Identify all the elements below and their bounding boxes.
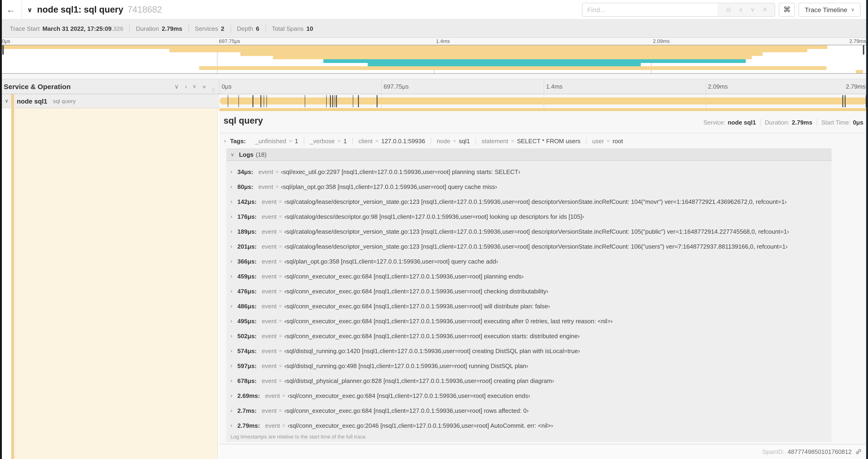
log-marker-tick[interactable] xyxy=(264,95,265,107)
log-row[interactable]: ›476μs:event=‹sql/conn_executor_exec.go:… xyxy=(226,284,832,299)
back-button[interactable]: ← xyxy=(0,0,22,19)
log-marker-tick[interactable] xyxy=(843,95,843,107)
log-row[interactable]: ›80μs:event=‹sql/plan_opt.go:358 [nsql1,… xyxy=(226,179,832,194)
logs-header[interactable]: ∨ Logs (18) xyxy=(226,148,832,161)
minimap-span-band xyxy=(856,70,863,73)
log-row[interactable]: ›366μs:event=‹sql/plan_opt.go:358 [nsql1… xyxy=(226,254,832,269)
chevron-right-icon: › xyxy=(230,318,232,324)
minimap-left-scrubber[interactable] xyxy=(2,45,4,55)
trace-title: node sql1: sql query xyxy=(37,4,123,15)
log-row[interactable]: ›176μs:event=‹sql/catalog/descs/descript… xyxy=(226,209,832,224)
log-marker-tick[interactable] xyxy=(352,95,353,107)
span-detail-footer: SpanID: 4877749850101760812 xyxy=(219,444,868,459)
column-divider[interactable] xyxy=(217,108,218,459)
span-collapse-chevron-icon[interactable]: ∨ xyxy=(5,98,8,104)
log-row[interactable]: ›34μs:event=‹sql/exec_util.go:2297 [nsql… xyxy=(226,164,832,179)
trace-collapse-chevron-icon[interactable]: ∨ xyxy=(27,6,32,13)
log-marker-tick[interactable] xyxy=(358,95,359,107)
duration-label: Duration xyxy=(136,25,159,32)
log-row[interactable]: ›597μs:event=‹sql/distsql_running.go:498… xyxy=(226,358,832,373)
right-screen-edge xyxy=(866,0,868,459)
chevron-right-icon: › xyxy=(230,258,232,264)
log-row[interactable]: ›459μs:event=‹sql/conn_executor_exec.go:… xyxy=(226,269,832,284)
log-row[interactable]: ›2.79ms:event=‹sql/conn_executor_exec.go… xyxy=(226,418,832,433)
minimap-span-band xyxy=(240,52,763,56)
view-selector-button[interactable]: Trace Timeline ∨ xyxy=(799,3,861,17)
duration-item: Duration 2.79ms xyxy=(130,25,189,32)
collapse-all-icon[interactable]: » xyxy=(191,85,198,88)
log-marker-tick[interactable] xyxy=(377,95,377,107)
tag-item: user=root xyxy=(586,137,629,144)
span-row-timeline-cell[interactable] xyxy=(219,94,868,108)
chevron-right-icon: › xyxy=(224,138,226,144)
log-marker-tick[interactable] xyxy=(336,95,337,107)
span-row-name-cell[interactable]: ∨ node sql1 sql query xyxy=(0,94,219,108)
log-marker-tick[interactable] xyxy=(238,95,239,107)
log-marker-tick[interactable] xyxy=(845,95,846,107)
meta-duration: Duration:2.79ms xyxy=(761,119,817,126)
log-row[interactable]: ›189μs:event=‹sql/catalog/lease/descript… xyxy=(226,224,832,239)
span-list-pane xyxy=(0,108,219,459)
log-marker-tick[interactable] xyxy=(253,95,253,107)
log-row[interactable]: ›678μs:event=‹sql/distsql_physical_plann… xyxy=(226,373,832,388)
tags-list: _unfinished=1_verbose=1client=127.0.0.1:… xyxy=(249,137,629,144)
span-operation-name: sql query xyxy=(53,98,75,104)
trace-start-value: March 31 2022, 17:25:09.326 xyxy=(42,25,123,32)
chevron-right-icon: › xyxy=(230,363,232,368)
log-marker-tick[interactable] xyxy=(228,95,228,107)
log-marker-tick[interactable] xyxy=(266,95,267,107)
ruler-divider xyxy=(381,79,382,94)
clear-find-icon[interactable]: ✕ xyxy=(762,6,768,13)
log-marker-tick[interactable] xyxy=(334,95,335,107)
depth-item: Depth 6 xyxy=(231,25,266,32)
prev-match-icon[interactable]: ∧ xyxy=(739,6,743,13)
tags-accordion[interactable]: › Tags: _unfinished=1_verbose=1client=12… xyxy=(219,133,868,148)
chevron-right-icon: › xyxy=(230,214,232,219)
log-row[interactable]: ›2.69ms:event=‹sql/conn_executor_exec.go… xyxy=(226,388,832,403)
log-row[interactable]: ›495μs:event=‹sql/conn_executor_exec.go:… xyxy=(226,314,832,328)
log-row[interactable]: ›201μs:event=‹sql/catalog/lease/descript… xyxy=(226,239,832,254)
span-duration-bar[interactable] xyxy=(220,97,867,104)
log-marker-tick[interactable] xyxy=(260,95,261,107)
minimap-tick-3: 2.09ms xyxy=(653,38,670,44)
expand-one-icon[interactable]: › xyxy=(185,83,187,90)
log-row[interactable]: ›486μs:event=‹sql/conn_executor_exec.go:… xyxy=(226,299,832,314)
match-target-icon[interactable]: ◎ xyxy=(726,6,731,13)
tag-item: _unfinished=1 xyxy=(249,137,304,144)
chevron-right-icon: › xyxy=(230,288,232,294)
chevron-right-icon: › xyxy=(230,229,232,234)
span-detail-meta: Service:node sql1 Duration:2.79ms Start … xyxy=(699,119,863,126)
log-row[interactable]: ›574μs:event=‹sql/distsql_running.go:142… xyxy=(226,343,832,358)
ruler-tick-4: 2.79ms xyxy=(846,83,866,90)
next-match-icon[interactable]: ∨ xyxy=(750,6,755,13)
ruler-divider xyxy=(706,79,706,94)
keyboard-shortcuts-button[interactable]: ⌘ xyxy=(779,3,795,17)
column-resize-grip[interactable]: || xyxy=(212,87,215,92)
total-spans-value: 10 xyxy=(306,25,313,32)
selected-span-background xyxy=(14,108,217,459)
find-input[interactable] xyxy=(583,3,718,16)
minimap-right-scrubber[interactable] xyxy=(863,45,864,55)
log-row[interactable]: ›2.7ms:event=‹sql/conn_executor_exec.go:… xyxy=(226,403,832,418)
logs-count: (18) xyxy=(256,151,267,158)
deep-link-icon[interactable] xyxy=(855,449,862,455)
minimap-span-band xyxy=(273,56,752,59)
log-marker-tick[interactable] xyxy=(332,95,333,107)
trace-start-label: Trace Start xyxy=(10,25,40,32)
trace-id: 7418682 xyxy=(127,4,162,15)
log-marker-tick[interactable] xyxy=(326,95,327,107)
ruler-tick-2: 1.4ms xyxy=(546,83,563,90)
logs-label: Logs xyxy=(239,151,253,158)
duration-value: 2.79ms xyxy=(162,25,182,32)
log-row[interactable]: ›142μs:event=‹sql/catalog/lease/descript… xyxy=(226,194,832,209)
collapse-one-icon[interactable]: ∨ xyxy=(174,83,179,90)
tags-label: Tags: xyxy=(230,137,246,144)
minimap-canvas[interactable] xyxy=(1,45,867,74)
log-marker-tick[interactable] xyxy=(305,95,305,107)
expand-all-icon[interactable]: » xyxy=(203,83,206,90)
log-marker-tick[interactable] xyxy=(330,95,331,107)
find-controls: ◎ ∧ ∨ ✕ xyxy=(718,3,775,16)
span-service-name: node sql1 xyxy=(17,97,48,105)
log-row[interactable]: ›502μs:event=‹sql/conn_executor_exec.go:… xyxy=(226,328,832,343)
minimap-span-band xyxy=(323,59,746,63)
